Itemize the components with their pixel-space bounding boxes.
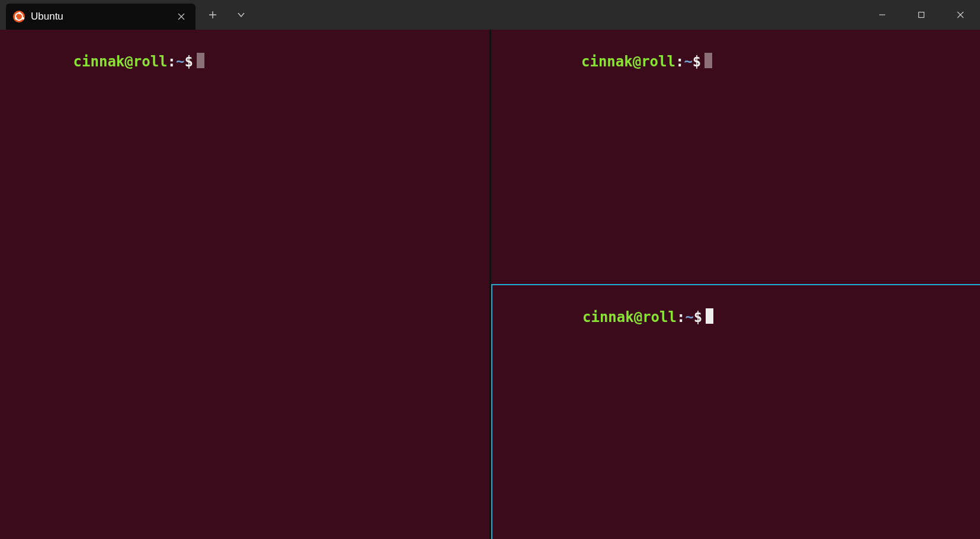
terminal-pane-top-right[interactable]: cinnak@roll:~$ <box>491 30 981 284</box>
cursor <box>704 53 712 68</box>
prompt-dollar: $ <box>184 53 193 70</box>
maximize-icon <box>918 11 925 18</box>
maximize-button[interactable] <box>902 0 941 30</box>
close-icon <box>957 11 964 18</box>
terminal-pane-bottom-right-active[interactable]: cinnak@roll:~$ <box>491 284 981 540</box>
prompt-line: cinnak@roll:~$ <box>497 290 714 346</box>
pane-container: cinnak@roll:~$ cinnak@roll:~$ cinnak@rol… <box>0 30 980 539</box>
tab-title: Ubuntu <box>31 11 169 23</box>
prompt-user-host: cinnak@roll <box>582 309 677 326</box>
prompt-path: ~ <box>685 309 693 326</box>
close-window-button[interactable] <box>941 0 980 30</box>
tab-ubuntu[interactable]: Ubuntu <box>6 4 196 30</box>
prompt-path: ~ <box>176 53 184 70</box>
titlebar-actions <box>199 0 255 30</box>
prompt-line: cinnak@roll:~$ <box>5 34 204 90</box>
titlebar: Ubuntu <box>0 0 980 30</box>
svg-rect-0 <box>919 12 924 18</box>
prompt-user-host: cinnak@roll <box>73 53 168 70</box>
cursor <box>197 53 204 68</box>
close-tab-button[interactable] <box>175 11 187 23</box>
new-tab-button[interactable] <box>199 2 226 28</box>
prompt-path: ~ <box>684 53 692 70</box>
pane-right-column: cinnak@roll:~$ cinnak@roll:~$ <box>491 30 981 539</box>
cursor <box>706 308 713 324</box>
prompt-colon: : <box>677 309 685 326</box>
prompt-dollar: $ <box>694 309 702 326</box>
prompt-line: cinnak@roll:~$ <box>496 34 713 90</box>
prompt-dollar: $ <box>693 53 701 70</box>
chevron-down-icon <box>237 11 245 19</box>
prompt-colon: : <box>168 53 176 70</box>
tabstrip: Ubuntu <box>0 0 196 30</box>
prompt-user-host: cinnak@roll <box>581 53 675 70</box>
minimize-button[interactable] <box>863 0 902 30</box>
tab-dropdown-button[interactable] <box>228 2 255 28</box>
titlebar-drag-region[interactable] <box>255 0 863 30</box>
close-icon <box>178 13 185 20</box>
window-controls <box>863 0 980 30</box>
plus-icon <box>209 11 217 19</box>
ubuntu-icon <box>13 11 25 23</box>
terminal-pane-left[interactable]: cinnak@roll:~$ <box>0 30 491 539</box>
minimize-icon <box>879 11 886 18</box>
terminal-window: Ubuntu <box>0 0 980 539</box>
prompt-colon: : <box>675 53 684 70</box>
